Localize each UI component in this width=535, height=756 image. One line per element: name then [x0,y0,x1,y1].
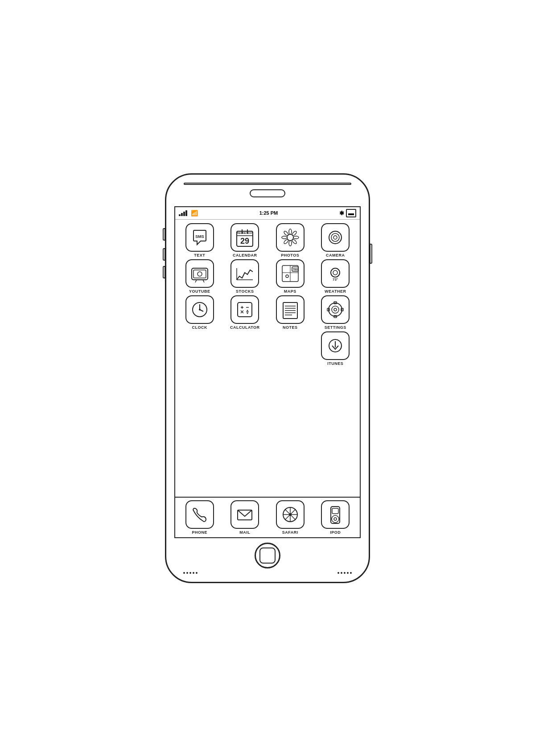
camera-icon-svg [325,228,345,247]
status-left: 📶 [179,210,198,217]
svg-point-69 [289,513,292,516]
status-bar: 📶 1:25 PM ✱ ▬ [175,207,360,220]
svg-point-15 [283,230,289,236]
dock: PHONE MAIL [175,497,360,537]
dock-safari[interactable]: SAFARI [268,500,312,535]
top-bar [184,183,351,185]
app-icon-calculator [230,295,259,324]
svg-point-8 [289,229,292,234]
stocks-icon-svg [235,264,255,283]
app-notes[interactable]: NOTES [268,295,312,330]
app-text[interactable]: SMS TEXT [178,223,222,257]
svg-point-73 [334,518,337,520]
dock-label-phone: PHONE [192,530,207,535]
svg-point-54 [329,303,342,316]
app-icon-photos [276,223,305,252]
volume-down-button[interactable] [163,248,165,261]
svg-point-31 [286,275,288,278]
svg-text:780: 780 [292,268,298,271]
home-button[interactable] [255,543,280,568]
svg-point-47 [247,312,248,314]
svg-point-72 [332,515,339,523]
svg-point-60 [334,308,337,311]
dock-mail[interactable]: MAIL [223,500,267,535]
signal-bar-1 [179,214,181,216]
dock-icon-ipod [321,500,350,529]
svg-point-32 [331,268,340,277]
signal-bar-3 [183,212,185,216]
settings-icon-svg [325,300,345,319]
calculator-icon-svg [235,300,255,319]
app-grid: SMS TEXT WEDNESDAY 29 CALE [175,220,360,497]
youtube-icon-svg [190,264,210,283]
dock-icon-safari [276,500,305,529]
photos-icon-svg [280,228,300,247]
svg-text:29: 29 [240,237,249,245]
dock-label-mail: MAIL [239,530,250,535]
app-stocks[interactable]: STOCKS [223,259,267,294]
app-camera[interactable]: CAMERA [314,223,358,257]
speaker-dot [186,572,188,574]
signal-bar-2 [181,213,183,216]
app-photos[interactable]: PHOTOS [268,223,312,257]
screen: 📶 1:25 PM ✱ ▬ SMS TEXT [174,206,361,538]
app-icon-settings [321,295,350,324]
app-weather[interactable]: 73° WEATHER [314,259,358,294]
app-maps[interactable]: 780 MAPS [268,259,312,294]
mail-icon-svg [235,505,255,524]
phone-device: 📶 1:25 PM ✱ ▬ SMS TEXT [165,173,370,583]
app-label-youtube: YOUTUBE [189,289,210,294]
svg-point-18 [333,236,337,239]
app-icon-itunes [321,331,350,360]
app-label-settings: SETTINGS [325,325,346,330]
maps-icon-svg: 780 [280,264,300,283]
dock-phone[interactable]: PHONE [178,500,222,535]
app-label-calendar: CALENDAR [233,253,257,257]
home-button-inner [259,548,276,564]
mute-button[interactable] [163,266,165,278]
app-icon-calendar: WEDNESDAY 29 [230,223,259,252]
speaker-right [337,572,352,574]
svg-text:WEDNESDAY: WEDNESDAY [236,232,253,234]
app-calendar[interactable]: WEDNESDAY 29 CALENDAR [223,223,267,257]
speaker-dot [344,572,346,574]
clock-icon-svg [190,300,210,319]
ipod-icon-svg [325,505,345,524]
svg-rect-22 [193,270,206,278]
speaker-dot [196,572,198,574]
svg-point-16 [329,231,342,244]
speaker-dot [337,572,339,574]
status-right: ✱ ▬ [339,209,356,217]
volume-up-button[interactable] [163,228,165,241]
phone-icon-svg [190,505,210,524]
app-icon-text: SMS [185,223,214,252]
svg-point-11 [292,238,297,244]
svg-point-10 [293,236,299,239]
app-clock[interactable]: CLOCK [178,295,222,330]
app-calculator[interactable]: CALCULATOR [223,295,267,330]
app-icon-weather: 73° [321,259,350,288]
app-label-itunes: ITUNES [327,361,343,366]
svg-text:SMS: SMS [195,234,204,239]
speaker-dot [341,572,342,574]
app-icon-notes [276,295,305,324]
app-youtube[interactable]: YOUTUBE [178,259,222,294]
app-icon-stocks [230,259,259,288]
dock-icon-phone [185,500,214,529]
app-settings[interactable]: SETTINGS [314,295,358,330]
app-label-stocks: STOCKS [236,289,254,294]
app-label-clock: CLOCK [192,325,208,330]
dock-ipod[interactable]: IPOD [314,500,358,535]
notes-icon-svg [280,300,300,319]
phone-bottom [174,538,361,574]
app-icon-camera [321,223,350,252]
earpiece [250,189,285,197]
speaker-dot [193,572,194,574]
svg-point-13 [283,238,289,244]
bluetooth-icon: ✱ [339,210,344,217]
speaker-left [183,572,198,574]
speaker-dot [189,572,191,574]
app-itunes[interactable]: ITUNES [314,331,358,366]
power-button[interactable] [370,244,372,264]
calendar-icon-svg: WEDNESDAY 29 [235,228,255,247]
